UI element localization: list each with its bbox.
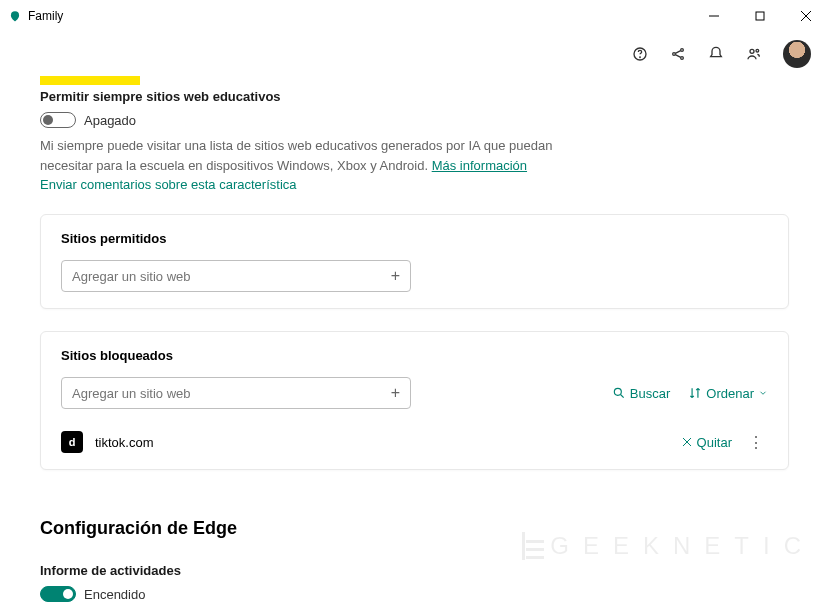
activity-toggle-label: Encendido — [84, 587, 145, 602]
blocked-site-row: d tiktok.com Quitar ⋮ — [61, 431, 768, 453]
people-icon[interactable] — [745, 45, 763, 63]
svg-line-14 — [621, 395, 624, 398]
plus-icon[interactable]: + — [391, 384, 400, 402]
allowed-sites-card: Sitios permitidos + — [40, 214, 789, 309]
svg-point-12 — [756, 49, 759, 52]
blocked-add-input-wrap[interactable]: + — [61, 377, 411, 409]
svg-line-10 — [675, 54, 680, 57]
app-icon — [8, 9, 22, 23]
edge-section-title: Configuración de Edge — [40, 518, 789, 539]
search-action[interactable]: Buscar — [612, 386, 670, 401]
sort-action[interactable]: Ordenar — [688, 386, 768, 401]
svg-point-6 — [673, 52, 676, 55]
highlight-bar — [40, 76, 140, 85]
sort-label: Ordenar — [706, 386, 754, 401]
help-icon[interactable] — [631, 45, 649, 63]
edu-section-header: Permitir siempre sitios web educativos — [40, 89, 789, 104]
search-label: Buscar — [630, 386, 670, 401]
close-icon — [681, 436, 693, 448]
sort-icon — [688, 386, 702, 400]
svg-point-5 — [640, 57, 641, 58]
activity-report-toggle[interactable] — [40, 586, 76, 602]
feedback-link[interactable]: Enviar comentarios sobre esta caracterís… — [40, 177, 789, 192]
svg-line-9 — [675, 50, 680, 53]
more-info-link[interactable]: Más información — [432, 158, 527, 173]
edu-description: Mi siempre puede visitar una lista de si… — [40, 136, 560, 175]
row-menu-button[interactable]: ⋮ — [744, 433, 768, 452]
blocked-sites-title: Sitios bloqueados — [61, 348, 768, 363]
window-minimize-button[interactable] — [691, 0, 737, 32]
svg-point-8 — [681, 56, 684, 59]
remove-site-button[interactable]: Quitar — [681, 435, 732, 450]
window-title: Family — [28, 9, 63, 23]
site-domain: tiktok.com — [95, 435, 669, 450]
window-titlebar: Family — [0, 0, 829, 32]
svg-point-11 — [750, 49, 754, 53]
svg-point-13 — [614, 388, 621, 395]
allowed-sites-title: Sitios permitidos — [61, 231, 768, 246]
remove-label: Quitar — [697, 435, 732, 450]
blocked-add-input[interactable] — [72, 386, 391, 401]
edu-toggle-label: Apagado — [84, 113, 136, 128]
edu-toggle[interactable] — [40, 112, 76, 128]
content-scroll[interactable]: Permitir siempre sitios web educativos A… — [0, 76, 829, 606]
window-close-button[interactable] — [783, 0, 829, 32]
window-maximize-button[interactable] — [737, 0, 783, 32]
activity-report-header: Informe de actividades — [40, 563, 789, 578]
share-icon[interactable] — [669, 45, 687, 63]
chevron-down-icon — [758, 388, 768, 398]
svg-rect-1 — [756, 12, 764, 20]
plus-icon[interactable]: + — [391, 267, 400, 285]
notifications-icon[interactable] — [707, 45, 725, 63]
blocked-sites-card: Sitios bloqueados + Buscar Ordenar — [40, 331, 789, 470]
allowed-add-input-wrap[interactable]: + — [61, 260, 411, 292]
svg-point-7 — [681, 48, 684, 51]
search-icon — [612, 386, 626, 400]
allowed-add-input[interactable] — [72, 269, 391, 284]
site-favicon: d — [61, 431, 83, 453]
user-avatar[interactable] — [783, 40, 811, 68]
app-toolbar — [0, 32, 829, 76]
